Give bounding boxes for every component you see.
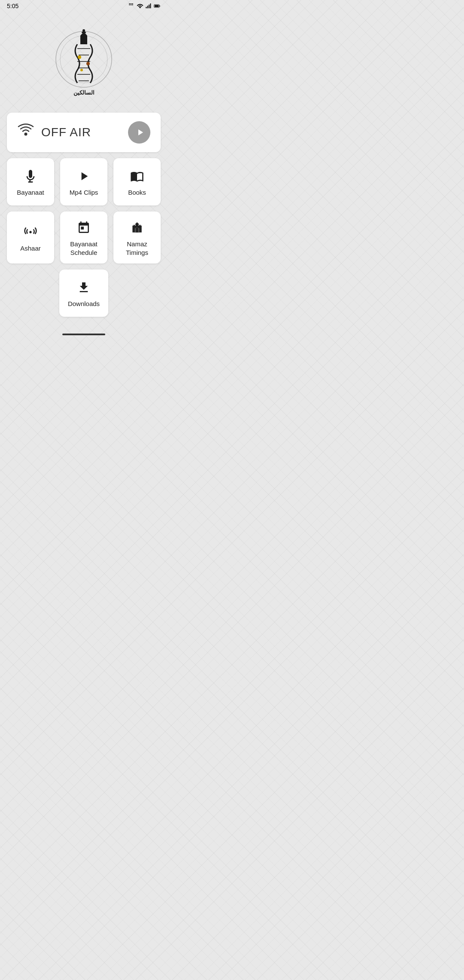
microphone-icon bbox=[24, 168, 37, 184]
main-content: السالكين OFF AIR bbox=[0, 12, 168, 350]
svg-point-26 bbox=[24, 133, 27, 136]
downloads-button[interactable]: Downloads bbox=[59, 270, 108, 317]
svg-rect-10 bbox=[159, 6, 160, 7]
status-bar: 5:05 bbox=[0, 0, 168, 12]
mp4clips-label: Mp4 Clips bbox=[70, 188, 98, 197]
menu-row-3: Downloads bbox=[7, 270, 161, 317]
radio-icon bbox=[24, 224, 37, 240]
svg-point-21 bbox=[78, 55, 81, 59]
svg-rect-1 bbox=[131, 3, 133, 4]
svg-rect-3 bbox=[131, 5, 133, 5]
svg-rect-7 bbox=[150, 3, 151, 8]
download-icon bbox=[77, 280, 91, 295]
svg-rect-0 bbox=[129, 3, 131, 4]
wifi-status-icon bbox=[137, 3, 143, 9]
status-icons bbox=[128, 3, 161, 9]
play-button[interactable] bbox=[128, 121, 150, 144]
broadcast-icon bbox=[17, 122, 34, 143]
svg-point-27 bbox=[29, 231, 31, 233]
off-air-label: OFF AIR bbox=[41, 126, 91, 139]
home-indicator bbox=[62, 334, 105, 335]
svg-rect-28 bbox=[136, 228, 138, 233]
battery-icon bbox=[154, 3, 161, 9]
bayanaat-button[interactable]: Bayanaat bbox=[7, 158, 54, 205]
mp4clips-button[interactable]: Mp4 Clips bbox=[60, 158, 107, 205]
namaz-timings-label: Namaz Timings bbox=[118, 240, 156, 257]
calendar-icon bbox=[77, 220, 91, 236]
svg-point-14 bbox=[82, 29, 85, 32]
books-button[interactable]: Books bbox=[113, 158, 161, 205]
svg-rect-6 bbox=[149, 5, 150, 9]
bayanaat-label: Bayanaat bbox=[17, 188, 44, 197]
menu-row-1: Bayanaat Mp4 Clips Books bbox=[7, 158, 161, 205]
menu-row-2: Ashaar Bayanaat Schedule Na bbox=[7, 211, 161, 263]
bayanaat-schedule-label: Bayanaat Schedule bbox=[64, 240, 103, 257]
svg-rect-2 bbox=[129, 5, 131, 5]
signal-icon bbox=[145, 3, 152, 9]
svg-rect-5 bbox=[147, 6, 148, 8]
play-icon bbox=[77, 168, 91, 184]
svg-point-29 bbox=[135, 223, 139, 226]
svg-rect-9 bbox=[155, 5, 159, 7]
mosque-icon bbox=[130, 220, 144, 236]
logo-svg: السالكين bbox=[49, 23, 118, 104]
book-icon bbox=[130, 168, 144, 184]
namaz-timings-button[interactable]: Namaz Timings bbox=[113, 211, 161, 263]
ashaar-label: Ashaar bbox=[20, 244, 41, 253]
bayanaat-schedule-button[interactable]: Bayanaat Schedule bbox=[60, 211, 107, 263]
bottom-bar bbox=[62, 331, 105, 342]
ashaar-button[interactable]: Ashaar bbox=[7, 211, 54, 263]
svg-point-23 bbox=[80, 69, 83, 71]
app-logo: السالكين bbox=[45, 21, 122, 107]
status-time: 5:05 bbox=[7, 3, 18, 9]
svg-point-22 bbox=[86, 62, 90, 65]
off-air-left: OFF AIR bbox=[17, 122, 91, 143]
svg-text:السالكين: السالكين bbox=[73, 89, 95, 96]
books-label: Books bbox=[128, 188, 146, 197]
downloads-label: Downloads bbox=[68, 300, 100, 308]
off-air-card: OFF AIR bbox=[7, 113, 161, 152]
svg-rect-4 bbox=[146, 7, 147, 8]
sim-icon bbox=[128, 3, 135, 9]
